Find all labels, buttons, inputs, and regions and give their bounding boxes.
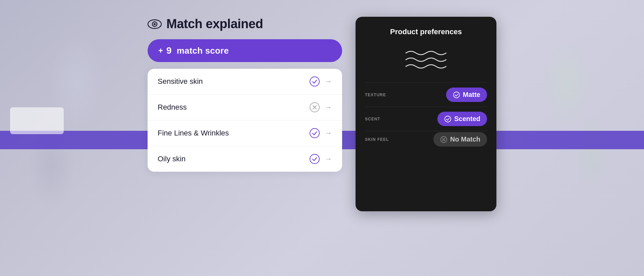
header: Match explained bbox=[148, 17, 342, 31]
left-panel: Match explained + 9 match score Sensitiv… bbox=[148, 17, 342, 172]
match-score-label: match score bbox=[177, 46, 229, 56]
pref-pill-texture-matte[interactable]: Matte bbox=[446, 88, 487, 102]
page-title: Match explained bbox=[166, 17, 263, 31]
preferences-title: Product preferences bbox=[365, 27, 487, 36]
check-icon-oily-skin bbox=[309, 154, 320, 164]
pref-pill-scent-scented[interactable]: Scented bbox=[437, 112, 487, 126]
arrow-icon-oily-skin: → bbox=[325, 155, 332, 163]
check-icon-matte bbox=[453, 91, 460, 99]
pref-pill-text-matte: Matte bbox=[463, 91, 480, 99]
criteria-icons-redness: → bbox=[309, 102, 332, 113]
check-icon-fine-lines bbox=[309, 128, 320, 139]
svg-point-3 bbox=[310, 77, 319, 86]
criteria-label-fine-lines: Fine Lines & Wrinkles bbox=[158, 129, 229, 137]
pref-pill-skin-feel-no-match[interactable]: No Match bbox=[433, 132, 487, 147]
right-panel: Product preferences TEXTURE Matte bbox=[356, 17, 496, 211]
arrow-icon-sensitive-skin: → bbox=[325, 77, 332, 86]
wave-icon bbox=[402, 46, 449, 73]
arrow-icon-redness: → bbox=[325, 103, 332, 112]
pref-label-texture: TEXTURE bbox=[365, 93, 386, 97]
criteria-icons-oily-skin: → bbox=[309, 154, 332, 164]
pref-row-skin-feel: SKIN FEEL No Match bbox=[365, 131, 487, 148]
criteria-row-oily-skin[interactable]: Oily skin → bbox=[148, 146, 342, 172]
criteria-icons-fine-lines: → bbox=[309, 128, 332, 139]
check-icon-sensitive-skin bbox=[309, 76, 320, 87]
criteria-row-redness[interactable]: Redness → bbox=[148, 95, 342, 120]
check-icon-scented bbox=[444, 115, 451, 123]
criteria-label-oily-skin: Oily skin bbox=[158, 155, 185, 163]
match-score-plus: + bbox=[158, 46, 163, 55]
svg-point-8 bbox=[445, 116, 451, 122]
criteria-icons-sensitive-skin: → bbox=[309, 76, 332, 87]
criteria-card: Sensitive skin → Redness → bbox=[148, 69, 342, 172]
eye-icon bbox=[148, 19, 162, 29]
svg-point-2 bbox=[154, 23, 156, 25]
arrow-icon-fine-lines: → bbox=[325, 129, 332, 137]
match-score-value: 9 match score bbox=[166, 45, 229, 56]
x-icon-redness bbox=[309, 102, 320, 113]
wave-container bbox=[365, 46, 487, 73]
pref-pill-text-no-match: No Match bbox=[450, 135, 480, 143]
pref-label-scent: SCENT bbox=[365, 117, 380, 121]
svg-point-6 bbox=[310, 154, 319, 164]
svg-point-7 bbox=[453, 92, 460, 98]
pref-row-texture: TEXTURE Matte bbox=[365, 82, 487, 107]
criteria-row-sensitive-skin[interactable]: Sensitive skin → bbox=[148, 69, 342, 95]
match-score-number: 9 bbox=[166, 45, 172, 56]
match-score-badge[interactable]: + 9 match score bbox=[148, 39, 342, 62]
criteria-label-redness: Redness bbox=[158, 103, 187, 112]
pref-label-skin-feel: SKIN FEEL bbox=[365, 137, 389, 142]
x-icon-no-match bbox=[440, 136, 447, 143]
pref-pill-text-scented: Scented bbox=[454, 115, 480, 123]
svg-point-5 bbox=[310, 128, 319, 138]
main-container: Match explained + 9 match score Sensitiv… bbox=[0, 0, 644, 276]
criteria-label-sensitive-skin: Sensitive skin bbox=[158, 77, 203, 86]
pref-row-scent: SCENT Scented bbox=[365, 107, 487, 131]
criteria-row-fine-lines[interactable]: Fine Lines & Wrinkles → bbox=[148, 120, 342, 146]
